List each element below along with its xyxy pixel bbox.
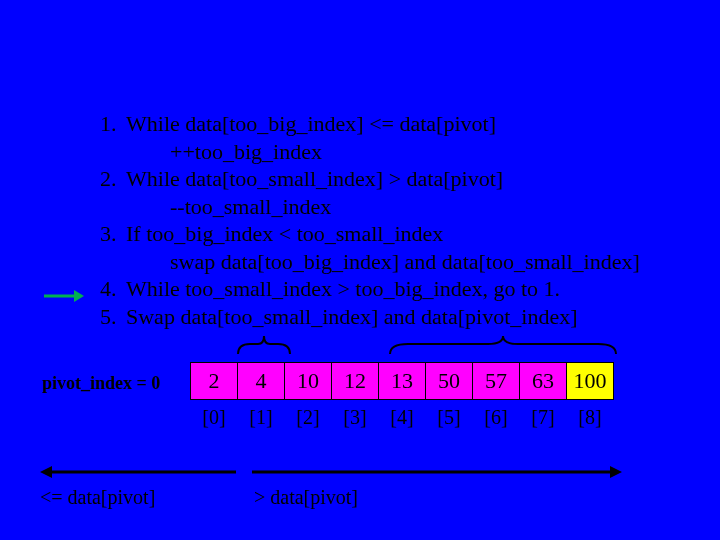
array-cell: 50 bbox=[425, 362, 473, 400]
array-cell: 2 bbox=[190, 362, 238, 400]
array-index: [8] bbox=[566, 406, 614, 429]
step-1b-text: ++too_big_index bbox=[170, 138, 640, 166]
svg-marker-5 bbox=[610, 466, 622, 478]
le-pivot-label: <= data[pivot] bbox=[40, 486, 155, 509]
brace-right-icon bbox=[388, 334, 618, 358]
array-cells: 2 4 10 12 13 50 57 63 100 bbox=[190, 362, 614, 400]
step-3-text: If too_big_index < too_small_index bbox=[126, 221, 443, 246]
array-cell: 57 bbox=[472, 362, 520, 400]
array-cell: 12 bbox=[331, 362, 379, 400]
brace-left-icon bbox=[236, 334, 292, 358]
svg-marker-3 bbox=[40, 466, 52, 478]
gt-pivot-label: > data[pivot] bbox=[254, 486, 358, 509]
step-1-text: While data[too_big_index] <= data[pivot] bbox=[126, 111, 496, 136]
array-index: [3] bbox=[331, 406, 379, 429]
step-2-text: While data[too_small_index] > data[pivot… bbox=[126, 166, 503, 191]
algorithm-list: While data[too_big_index] <= data[pivot]… bbox=[80, 110, 640, 330]
array-cell: 13 bbox=[378, 362, 426, 400]
array-index: [4] bbox=[378, 406, 426, 429]
slide: While data[too_big_index] <= data[pivot]… bbox=[0, 0, 720, 540]
array-cell: 100 bbox=[566, 362, 614, 400]
step-5-text: Swap data[too_small_index] and data[pivo… bbox=[126, 304, 578, 329]
step-1: While data[too_big_index] <= data[pivot]… bbox=[122, 110, 640, 165]
pivot-index-label: pivot_index = 0 bbox=[42, 373, 160, 394]
step-4: While too_small_index > too_big_index, g… bbox=[122, 275, 640, 303]
array-index: [1] bbox=[237, 406, 285, 429]
array-index: [6] bbox=[472, 406, 520, 429]
step-3b-text: swap data[too_big_index] and data[too_sm… bbox=[170, 248, 640, 276]
step-2: While data[too_small_index] > data[pivot… bbox=[122, 165, 640, 220]
array-index: [0] bbox=[190, 406, 238, 429]
array-index: [7] bbox=[519, 406, 567, 429]
array-cell: 4 bbox=[237, 362, 285, 400]
step-3: If too_big_index < too_small_index swap … bbox=[122, 220, 640, 275]
array-index: [5] bbox=[425, 406, 473, 429]
array-cell: 10 bbox=[284, 362, 332, 400]
array-indices: [0] [1] [2] [3] [4] [5] [6] [7] [8] bbox=[190, 406, 614, 429]
left-arrow-icon bbox=[40, 464, 236, 480]
array-cell: 63 bbox=[519, 362, 567, 400]
right-arrow-icon bbox=[252, 464, 622, 480]
step-2b-text: --too_small_index bbox=[170, 193, 640, 221]
array-visual: 2 4 10 12 13 50 57 63 100 [0] [1] [2] [3… bbox=[190, 362, 614, 429]
array-index: [2] bbox=[284, 406, 332, 429]
step-5: Swap data[too_small_index] and data[pivo… bbox=[122, 303, 640, 331]
step5-arrow-icon bbox=[44, 287, 84, 305]
step-4-text: While too_small_index > too_big_index, g… bbox=[126, 276, 560, 301]
